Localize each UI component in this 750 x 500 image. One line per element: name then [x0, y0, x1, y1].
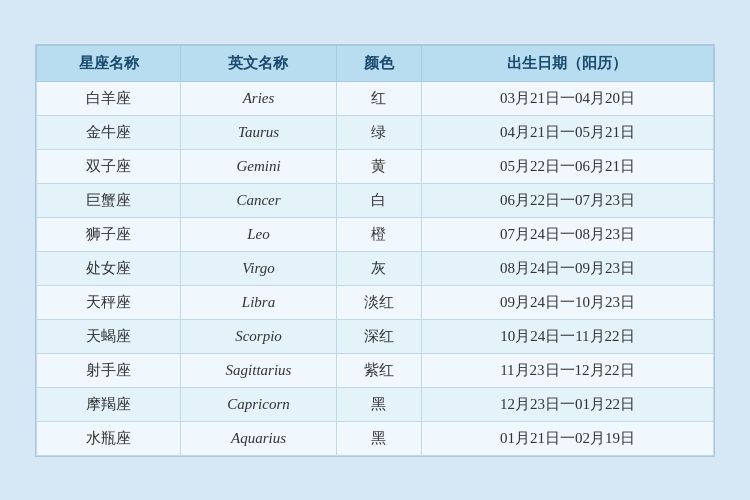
cell-dates: 11月23日一12月22日	[421, 353, 713, 387]
cell-chinese-name: 处女座	[37, 251, 181, 285]
zodiac-table-wrapper: 星座名称 英文名称 颜色 出生日期（阳历） 白羊座Aries红03月21日一04…	[35, 44, 715, 457]
table-row: 巨蟹座Cancer白06月22日一07月23日	[37, 183, 714, 217]
cell-english-name: Aries	[181, 81, 337, 115]
table-row: 射手座Sagittarius紫红11月23日一12月22日	[37, 353, 714, 387]
cell-color: 橙	[336, 217, 421, 251]
table-row: 金牛座Taurus绿04月21日一05月21日	[37, 115, 714, 149]
table-row: 处女座Virgo灰08月24日一09月23日	[37, 251, 714, 285]
cell-english-name: Cancer	[181, 183, 337, 217]
header-color: 颜色	[336, 45, 421, 81]
cell-dates: 01月21日一02月19日	[421, 421, 713, 455]
cell-chinese-name: 摩羯座	[37, 387, 181, 421]
cell-chinese-name: 水瓶座	[37, 421, 181, 455]
cell-english-name: Taurus	[181, 115, 337, 149]
header-english-name: 英文名称	[181, 45, 337, 81]
cell-color: 深红	[336, 319, 421, 353]
cell-color: 灰	[336, 251, 421, 285]
cell-color: 黑	[336, 421, 421, 455]
cell-english-name: Sagittarius	[181, 353, 337, 387]
cell-chinese-name: 金牛座	[37, 115, 181, 149]
cell-color: 黄	[336, 149, 421, 183]
cell-color: 黑	[336, 387, 421, 421]
cell-english-name: Libra	[181, 285, 337, 319]
cell-dates: 09月24日一10月23日	[421, 285, 713, 319]
cell-dates: 07月24日一08月23日	[421, 217, 713, 251]
cell-chinese-name: 双子座	[37, 149, 181, 183]
table-row: 白羊座Aries红03月21日一04月20日	[37, 81, 714, 115]
cell-color: 白	[336, 183, 421, 217]
header-chinese-name: 星座名称	[37, 45, 181, 81]
cell-chinese-name: 巨蟹座	[37, 183, 181, 217]
table-row: 摩羯座Capricorn黑12月23日一01月22日	[37, 387, 714, 421]
cell-color: 绿	[336, 115, 421, 149]
cell-english-name: Capricorn	[181, 387, 337, 421]
table-row: 双子座Gemini黄05月22日一06月21日	[37, 149, 714, 183]
zodiac-table: 星座名称 英文名称 颜色 出生日期（阳历） 白羊座Aries红03月21日一04…	[36, 45, 714, 456]
cell-english-name: Virgo	[181, 251, 337, 285]
cell-english-name: Leo	[181, 217, 337, 251]
cell-dates: 08月24日一09月23日	[421, 251, 713, 285]
cell-dates: 06月22日一07月23日	[421, 183, 713, 217]
table-row: 狮子座Leo橙07月24日一08月23日	[37, 217, 714, 251]
cell-english-name: Scorpio	[181, 319, 337, 353]
cell-chinese-name: 白羊座	[37, 81, 181, 115]
cell-dates: 03月21日一04月20日	[421, 81, 713, 115]
cell-dates: 04月21日一05月21日	[421, 115, 713, 149]
cell-color: 淡红	[336, 285, 421, 319]
table-row: 水瓶座Aquarius黑01月21日一02月19日	[37, 421, 714, 455]
table-body: 白羊座Aries红03月21日一04月20日金牛座Taurus绿04月21日一0…	[37, 81, 714, 455]
cell-dates: 10月24日一11月22日	[421, 319, 713, 353]
cell-color: 紫红	[336, 353, 421, 387]
cell-english-name: Aquarius	[181, 421, 337, 455]
cell-chinese-name: 射手座	[37, 353, 181, 387]
cell-dates: 12月23日一01月22日	[421, 387, 713, 421]
cell-chinese-name: 狮子座	[37, 217, 181, 251]
cell-chinese-name: 天秤座	[37, 285, 181, 319]
cell-english-name: Gemini	[181, 149, 337, 183]
cell-color: 红	[336, 81, 421, 115]
header-dates: 出生日期（阳历）	[421, 45, 713, 81]
cell-dates: 05月22日一06月21日	[421, 149, 713, 183]
table-row: 天蝎座Scorpio深红10月24日一11月22日	[37, 319, 714, 353]
cell-chinese-name: 天蝎座	[37, 319, 181, 353]
table-row: 天秤座Libra淡红09月24日一10月23日	[37, 285, 714, 319]
table-header-row: 星座名称 英文名称 颜色 出生日期（阳历）	[37, 45, 714, 81]
